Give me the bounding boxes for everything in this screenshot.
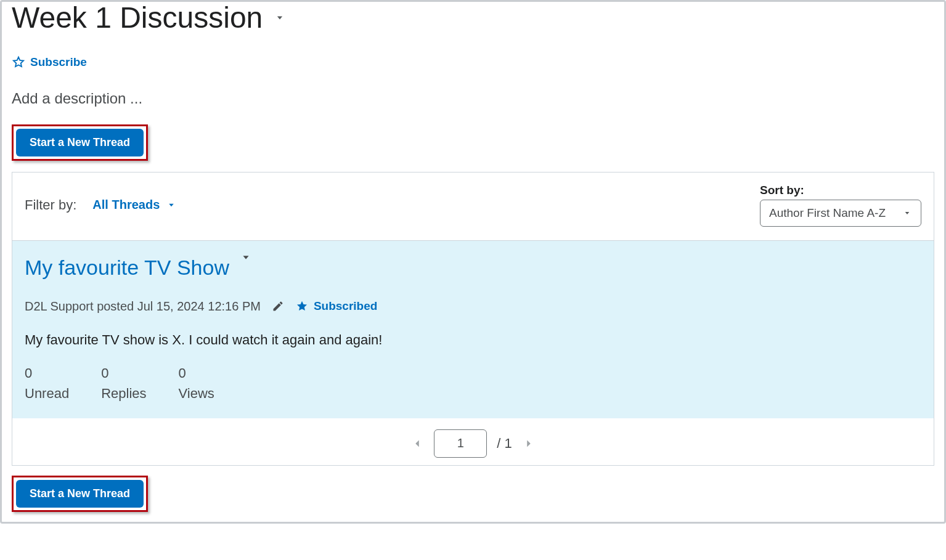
- filter-value: All Threads: [92, 198, 160, 212]
- start-new-thread-button[interactable]: Start a New Thread: [16, 129, 144, 156]
- page-container: Week 1 Discussion Subscribe Add a descri…: [0, 0, 946, 524]
- chevron-right-icon[interactable]: [522, 437, 536, 450]
- page-total-number: 1: [505, 436, 512, 451]
- thread-body: My favourite TV show is X. I could watch…: [25, 332, 921, 348]
- page-sep: /: [497, 436, 500, 451]
- sort-group: Sort by: Author First Name A-Z: [760, 184, 921, 227]
- subscribe-label: Subscribe: [30, 55, 87, 69]
- thread-stats: 0 Unread 0 Replies 0 Views: [25, 363, 921, 404]
- page-title-row: Week 1 Discussion: [12, 2, 934, 34]
- sort-by-label: Sort by:: [760, 184, 921, 197]
- page-title: Week 1 Discussion: [12, 2, 263, 34]
- replies-label: Replies: [101, 383, 146, 404]
- stat-unread: 0 Unread: [25, 363, 69, 404]
- thread-meta: D2L Support posted Jul 15, 2024 12:16 PM…: [25, 299, 921, 314]
- topic-description[interactable]: Add a description ...: [12, 90, 934, 107]
- page-number-input[interactable]: [434, 429, 487, 458]
- views-count: 0: [179, 363, 214, 383]
- pagination: / 1: [12, 418, 934, 465]
- thread-title-link[interactable]: My favourite TV Show: [25, 256, 229, 280]
- thread-author: D2L Support: [25, 299, 94, 313]
- chevron-down-icon: [166, 200, 177, 211]
- threads-panel: Filter by: All Threads Sort by: Author F…: [12, 172, 934, 466]
- thread-byline: D2L Support posted Jul 15, 2024 12:16 PM: [25, 299, 261, 314]
- filter-bar: Filter by: All Threads Sort by: Author F…: [12, 172, 934, 241]
- chevron-down-icon: [902, 208, 912, 218]
- stat-views: 0 Views: [179, 363, 214, 404]
- sort-value: Author First Name A-Z: [769, 206, 886, 220]
- subscribed-label: Subscribed: [314, 299, 377, 313]
- subscribe-button[interactable]: Subscribe: [12, 55, 934, 69]
- chevron-down-icon[interactable]: [239, 251, 253, 264]
- unread-count: 0: [25, 363, 69, 383]
- thread-card: My favourite TV Show D2L Support posted …: [12, 241, 934, 418]
- filter-left: Filter by: All Threads: [25, 197, 177, 213]
- star-outline-icon: [12, 55, 25, 69]
- star-filled-icon: [295, 299, 309, 313]
- subscribed-toggle[interactable]: Subscribed: [295, 299, 377, 313]
- replies-count: 0: [101, 363, 146, 383]
- thread-timestamp: Jul 15, 2024 12:16 PM: [137, 299, 261, 313]
- unread-label: Unread: [25, 383, 69, 404]
- highlight-box-bottom: Start a New Thread: [12, 476, 148, 512]
- posted-verb: posted: [97, 299, 134, 313]
- page-total: / 1: [497, 436, 512, 452]
- pencil-icon[interactable]: [272, 300, 284, 312]
- thread-title-row: My favourite TV Show: [25, 256, 921, 280]
- sort-by-select[interactable]: Author First Name A-Z: [760, 200, 921, 227]
- chevron-down-icon[interactable]: [274, 12, 286, 24]
- filter-threads-dropdown[interactable]: All Threads: [92, 198, 177, 212]
- stat-replies: 0 Replies: [101, 363, 146, 404]
- views-label: Views: [179, 383, 214, 404]
- chevron-left-icon[interactable]: [410, 437, 424, 450]
- start-new-thread-button-bottom[interactable]: Start a New Thread: [16, 480, 144, 508]
- filter-by-label: Filter by:: [25, 197, 76, 213]
- highlight-box-top: Start a New Thread: [12, 124, 148, 161]
